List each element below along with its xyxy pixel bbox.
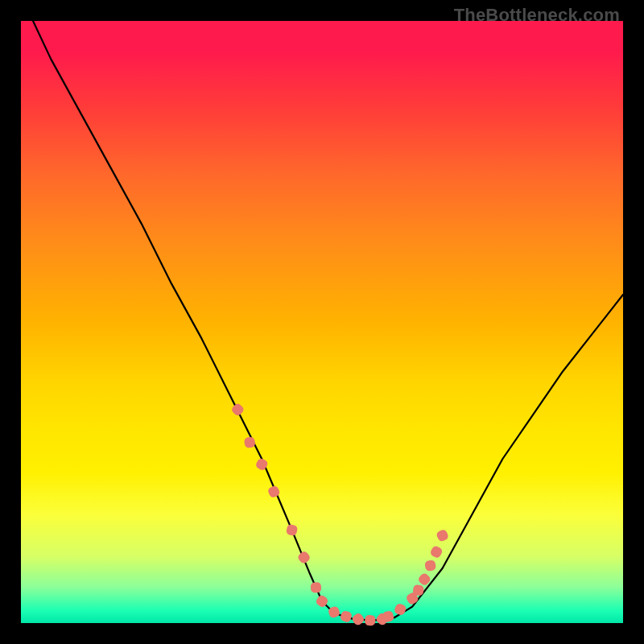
valley-marker	[244, 436, 256, 448]
valley-marker	[351, 612, 365, 626]
valley-marker	[267, 485, 281, 498]
valley-marker	[429, 545, 444, 559]
valley-marker	[230, 402, 245, 417]
valley-marker	[365, 615, 375, 625]
bottleneck-curve	[33, 21, 623, 621]
valley-marker	[296, 550, 311, 564]
chart-svg	[21, 21, 623, 623]
chart-frame	[21, 21, 623, 623]
valley-marker	[424, 559, 436, 572]
valley-marker	[286, 524, 299, 537]
marker-group	[230, 402, 449, 627]
valley-marker	[436, 529, 449, 543]
curve-group	[33, 21, 623, 621]
valley-marker	[394, 602, 407, 616]
valley-marker	[340, 610, 353, 623]
valley-marker	[311, 582, 322, 593]
